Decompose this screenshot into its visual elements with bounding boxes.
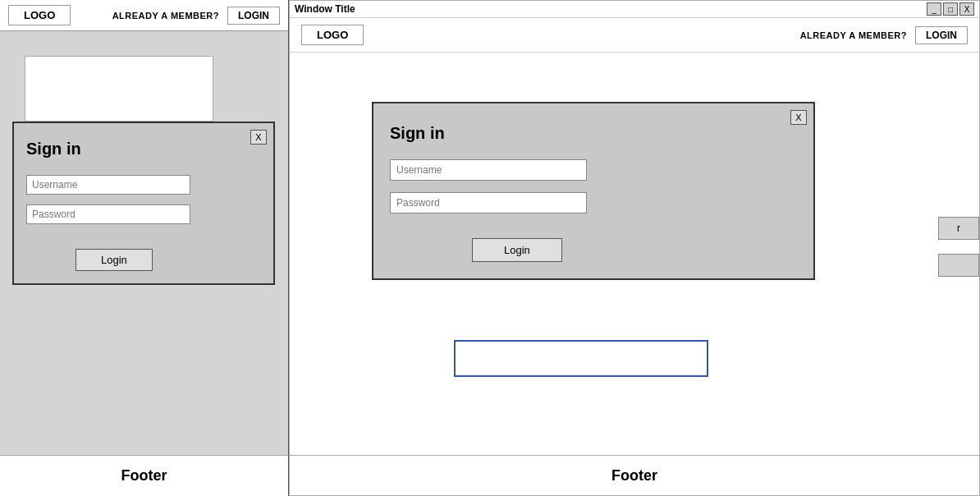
close-window-button[interactable]: X bbox=[959, 2, 974, 16]
right-modal-title: Sign in bbox=[390, 124, 797, 143]
left-username-input[interactable] bbox=[26, 175, 190, 195]
window-titlebar: Window Title _ □ X bbox=[289, 0, 980, 18]
left-modal-close-button[interactable]: X bbox=[250, 130, 267, 145]
left-modal-title: Sign in bbox=[26, 140, 261, 158]
left-password-input[interactable] bbox=[26, 204, 190, 224]
left-footer: Footer bbox=[0, 455, 288, 496]
left-logo: LOGO bbox=[8, 5, 71, 25]
left-white-box bbox=[25, 56, 213, 122]
left-modal-login-button[interactable]: Login bbox=[76, 249, 153, 271]
minimize-button[interactable]: _ bbox=[927, 2, 941, 16]
right-side-button-1[interactable]: r bbox=[938, 217, 979, 240]
left-header: LOGO ALREADY A MEMBER? LOGIN bbox=[0, 0, 288, 31]
right-content: X Sign in Login r bbox=[289, 53, 980, 455]
right-panel: Window Title _ □ X LOGO ALREADY A MEMBER… bbox=[289, 0, 980, 496]
window-controls: _ □ X bbox=[927, 2, 974, 16]
right-login-button[interactable]: LOGIN bbox=[915, 26, 968, 44]
right-already-member-text: ALREADY A MEMBER? bbox=[800, 30, 907, 40]
left-login-button[interactable]: LOGIN bbox=[227, 7, 280, 25]
right-header: LOGO ALREADY A MEMBER? LOGIN bbox=[289, 18, 980, 53]
right-side-button-2[interactable] bbox=[938, 254, 979, 277]
right-footer: Footer bbox=[289, 455, 980, 496]
right-logo: LOGO bbox=[301, 25, 364, 45]
right-password-input[interactable] bbox=[390, 192, 587, 214]
left-already-member-text: ALREADY A MEMBER? bbox=[112, 11, 219, 21]
restore-button[interactable]: □ bbox=[943, 2, 958, 16]
right-modal-close-button[interactable]: X bbox=[790, 110, 807, 125]
left-signin-modal: X Sign in Login bbox=[12, 122, 275, 285]
blue-outline-rect bbox=[454, 340, 708, 377]
left-panel: LOGO ALREADY A MEMBER? LOGIN X Sign in L… bbox=[0, 0, 289, 496]
left-content-area: X Sign in Login bbox=[0, 31, 288, 455]
window-title-text: Window Title bbox=[295, 3, 355, 15]
right-signin-modal: X Sign in Login bbox=[372, 102, 815, 280]
right-modal-login-button[interactable]: Login bbox=[472, 238, 562, 262]
right-username-input[interactable] bbox=[390, 159, 587, 181]
